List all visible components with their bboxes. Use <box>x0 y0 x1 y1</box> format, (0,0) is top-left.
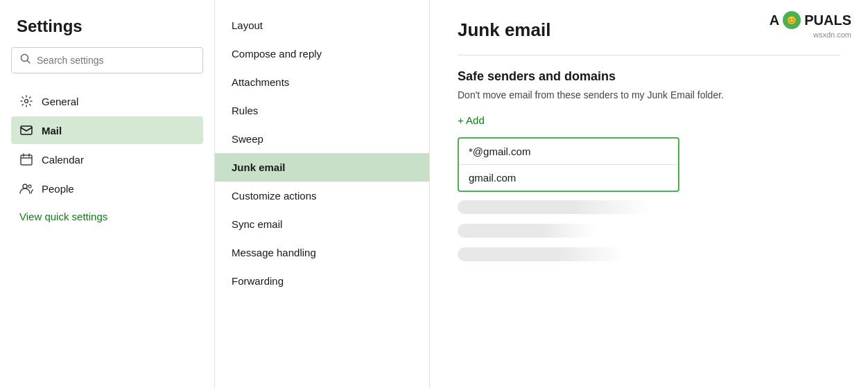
middle-item-attachments[interactable]: Attachments <box>215 68 429 96</box>
logo-a1: A <box>770 12 779 28</box>
appuals-logo: A 😊 PUALS <box>770 11 851 29</box>
middle-item-sync-email[interactable]: Sync email <box>215 210 429 238</box>
middle-item-compose-reply[interactable]: Compose and reply <box>215 39 429 68</box>
section-heading: Safe senders and domains <box>458 69 840 84</box>
sidebar-item-general[interactable]: General <box>11 87 203 115</box>
search-input[interactable] <box>37 55 194 66</box>
calendar-icon <box>19 152 33 166</box>
search-box[interactable] <box>11 47 203 73</box>
sidebar-item-calendar[interactable]: Calendar <box>11 146 203 173</box>
email-item-0[interactable]: *@gmail.com <box>459 139 678 165</box>
logo-puals: PUALS <box>804 12 851 28</box>
middle-item-forwarding[interactable]: Forwarding <box>215 267 429 295</box>
mail-icon <box>19 123 33 137</box>
sidebar-item-label-general: General <box>42 96 78 107</box>
svg-point-6 <box>28 185 31 188</box>
middle-panel: Layout Compose and reply Attachments Rul… <box>215 0 430 388</box>
email-list-box: *@gmail.com gmail.com <box>458 137 679 192</box>
middle-item-rules[interactable]: Rules <box>215 96 429 125</box>
blurred-row-2 <box>458 224 596 238</box>
sidebar-item-mail[interactable]: Mail <box>11 116 203 144</box>
gear-icon <box>19 94 33 108</box>
sidebar: Settings General Mail <box>0 0 215 388</box>
logo-icon: 😊 <box>783 11 801 29</box>
blurred-row-3 <box>458 247 624 261</box>
sidebar-item-label-mail: Mail <box>42 125 62 136</box>
add-button[interactable]: + Add <box>458 114 485 126</box>
blurred-row-1 <box>458 200 652 214</box>
logo-area: A 😊 PUALS wsxdn.com <box>770 11 851 39</box>
view-quick-settings-link[interactable]: View quick settings <box>11 204 203 229</box>
search-icon <box>20 53 31 67</box>
middle-item-sweep[interactable]: Sweep <box>215 125 429 153</box>
svg-rect-3 <box>21 126 32 134</box>
middle-item-customize-actions[interactable]: Customize actions <box>215 182 429 210</box>
people-icon <box>19 182 33 195</box>
middle-item-layout[interactable]: Layout <box>215 11 429 39</box>
middle-item-junk-email[interactable]: Junk email <box>215 153 429 182</box>
logo-site: wsxdn.com <box>770 30 851 39</box>
sidebar-item-label-calendar: Calendar <box>42 154 84 166</box>
section-divider <box>458 55 840 55</box>
svg-line-1 <box>28 61 31 64</box>
svg-point-2 <box>25 100 28 103</box>
middle-item-message-handling[interactable]: Message handling <box>215 238 429 267</box>
sidebar-item-label-people: People <box>42 183 74 195</box>
content-panel: A 😊 PUALS wsxdn.com Junk email Safe send… <box>430 0 868 388</box>
sidebar-item-people[interactable]: People <box>11 175 203 202</box>
email-item-1[interactable]: gmail.com <box>459 165 678 191</box>
section-description: Don't move email from these senders to m… <box>458 89 840 100</box>
sidebar-title: Settings <box>11 17 203 36</box>
svg-point-5 <box>23 184 27 188</box>
svg-rect-4 <box>21 155 32 165</box>
